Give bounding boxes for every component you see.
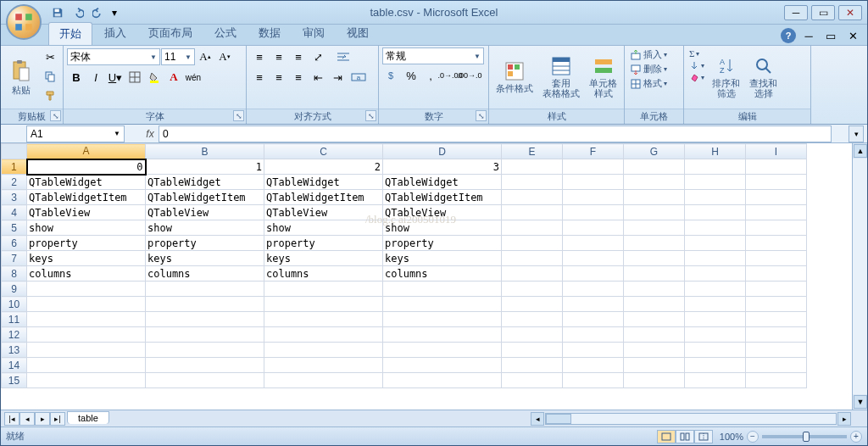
scroll-right-icon[interactable]: ▸ bbox=[837, 412, 851, 426]
vertical-scrollbar[interactable]: ▲ ▼ bbox=[852, 143, 867, 410]
cell-F5[interactable] bbox=[563, 220, 624, 236]
cell-I13[interactable] bbox=[746, 343, 807, 358]
cell-I5[interactable] bbox=[746, 220, 807, 236]
cell-A15[interactable] bbox=[27, 373, 146, 388]
cell-E5[interactable] bbox=[502, 220, 563, 236]
cell-B14[interactable] bbox=[146, 358, 264, 373]
cell-F3[interactable] bbox=[563, 190, 624, 205]
copy-icon[interactable] bbox=[41, 67, 59, 86]
align-launcher-icon[interactable]: ⤡ bbox=[365, 110, 376, 121]
cell-H14[interactable] bbox=[685, 358, 746, 373]
cell-I6[interactable] bbox=[746, 236, 807, 251]
cell-I3[interactable] bbox=[746, 190, 807, 205]
cell-G3[interactable] bbox=[624, 190, 685, 205]
cell-C9[interactable] bbox=[264, 282, 383, 297]
cut-icon[interactable]: ✂ bbox=[41, 47, 59, 66]
cell-F9[interactable] bbox=[563, 282, 624, 297]
cell-I14[interactable] bbox=[746, 358, 807, 373]
font-size-combo[interactable]: 11▼ bbox=[161, 48, 195, 65]
cell-F8[interactable] bbox=[563, 266, 624, 282]
cell-G11[interactable] bbox=[624, 312, 685, 327]
row-header-7[interactable]: 7 bbox=[2, 251, 27, 266]
format-painter-icon[interactable] bbox=[41, 86, 59, 105]
align-middle-icon[interactable]: ≡ bbox=[270, 47, 288, 66]
cell-F4[interactable] bbox=[563, 205, 624, 220]
cell-F2[interactable] bbox=[563, 175, 624, 190]
column-header-E[interactable]: E bbox=[502, 144, 563, 159]
cell-B10[interactable] bbox=[146, 297, 264, 312]
column-header-D[interactable]: D bbox=[383, 144, 502, 159]
cell-C3[interactable]: QTableWidgetItem bbox=[264, 190, 383, 205]
cell-A7[interactable]: keys bbox=[27, 251, 146, 266]
align-center-icon[interactable]: ≡ bbox=[270, 68, 288, 86]
name-box[interactable]: A1▼ bbox=[26, 125, 125, 142]
column-header-H[interactable]: H bbox=[685, 144, 746, 159]
save-icon[interactable] bbox=[48, 3, 67, 22]
cell-B12[interactable] bbox=[146, 327, 264, 343]
number-format-combo[interactable]: 常规▼ bbox=[382, 47, 484, 64]
underline-icon[interactable]: U▾ bbox=[106, 68, 125, 86]
cell-H6[interactable] bbox=[685, 236, 746, 251]
cell-F10[interactable] bbox=[563, 297, 624, 312]
format-cells-button[interactable]: 格式▾ bbox=[628, 76, 669, 91]
cell-D3[interactable]: QTableWidgetItem bbox=[383, 190, 502, 205]
cell-E6[interactable] bbox=[502, 236, 563, 251]
cell-I15[interactable] bbox=[746, 373, 807, 388]
cell-G12[interactable] bbox=[624, 327, 685, 343]
cell-G1[interactable] bbox=[624, 159, 685, 175]
cell-C2[interactable]: QTableWidget bbox=[264, 175, 383, 190]
cell-A2[interactable]: QTableWidget bbox=[27, 175, 146, 190]
cell-B2[interactable]: QTableWidget bbox=[146, 175, 264, 190]
close-button[interactable]: ✕ bbox=[838, 5, 862, 20]
row-header-6[interactable]: 6 bbox=[2, 236, 27, 251]
cell-I7[interactable] bbox=[746, 251, 807, 266]
delete-cells-button[interactable]: 删除▾ bbox=[628, 62, 669, 76]
cell-G5[interactable] bbox=[624, 220, 685, 236]
shrink-font-icon[interactable]: A▾ bbox=[215, 47, 234, 66]
cell-F12[interactable] bbox=[563, 327, 624, 343]
cell-D8[interactable]: columns bbox=[383, 266, 502, 282]
cell-H2[interactable] bbox=[685, 175, 746, 190]
cell-F6[interactable] bbox=[563, 236, 624, 251]
row-header-13[interactable]: 13 bbox=[2, 343, 27, 358]
cell-H8[interactable] bbox=[685, 266, 746, 282]
cell-E9[interactable] bbox=[502, 282, 563, 297]
undo-icon[interactable] bbox=[69, 3, 87, 22]
horizontal-scrollbar[interactable]: ◂ ▸ bbox=[530, 411, 852, 426]
cell-E11[interactable] bbox=[502, 312, 563, 327]
mdi-close-icon[interactable]: ✕ bbox=[843, 26, 862, 45]
column-header-I[interactable]: I bbox=[746, 144, 807, 159]
row-header-10[interactable]: 10 bbox=[2, 297, 27, 312]
cell-E12[interactable] bbox=[502, 327, 563, 343]
maximize-button[interactable]: ▭ bbox=[811, 5, 835, 20]
cell-I12[interactable] bbox=[746, 327, 807, 343]
cell-C8[interactable]: columns bbox=[264, 266, 383, 282]
orientation-icon[interactable]: ⤢ bbox=[309, 47, 327, 66]
tab-视图[interactable]: 视图 bbox=[337, 22, 379, 45]
cell-A5[interactable]: show bbox=[27, 220, 146, 236]
cell-H7[interactable] bbox=[685, 251, 746, 266]
column-header-A[interactable]: A bbox=[27, 144, 146, 159]
cell-H12[interactable] bbox=[685, 327, 746, 343]
formula-bar[interactable]: 0 bbox=[159, 125, 832, 142]
normal-view-icon[interactable] bbox=[657, 430, 676, 443]
cell-A14[interactable] bbox=[27, 358, 146, 373]
cell-C7[interactable]: keys bbox=[264, 251, 383, 266]
number-launcher-icon[interactable]: ⤡ bbox=[476, 110, 487, 121]
cell-I11[interactable] bbox=[746, 312, 807, 327]
cell-D4[interactable]: QTableView bbox=[383, 205, 502, 220]
column-header-B[interactable]: B bbox=[146, 144, 264, 159]
font-name-combo[interactable]: 宋体▼ bbox=[67, 48, 160, 65]
column-header-F[interactable]: F bbox=[563, 144, 624, 159]
currency-icon[interactable]: $ bbox=[382, 66, 401, 85]
cell-C5[interactable]: show bbox=[264, 220, 383, 236]
cell-C11[interactable] bbox=[264, 312, 383, 327]
border-icon[interactable] bbox=[125, 68, 144, 86]
cell-D11[interactable] bbox=[383, 312, 502, 327]
cell-I1[interactable] bbox=[746, 159, 807, 175]
paste-button[interactable]: 粘贴 bbox=[4, 47, 38, 107]
first-sheet-icon[interactable]: |◂ bbox=[4, 412, 19, 426]
font-color-icon[interactable]: A bbox=[164, 68, 183, 86]
cell-D2[interactable]: QTableWidget bbox=[383, 175, 502, 190]
cell-I2[interactable] bbox=[746, 175, 807, 190]
